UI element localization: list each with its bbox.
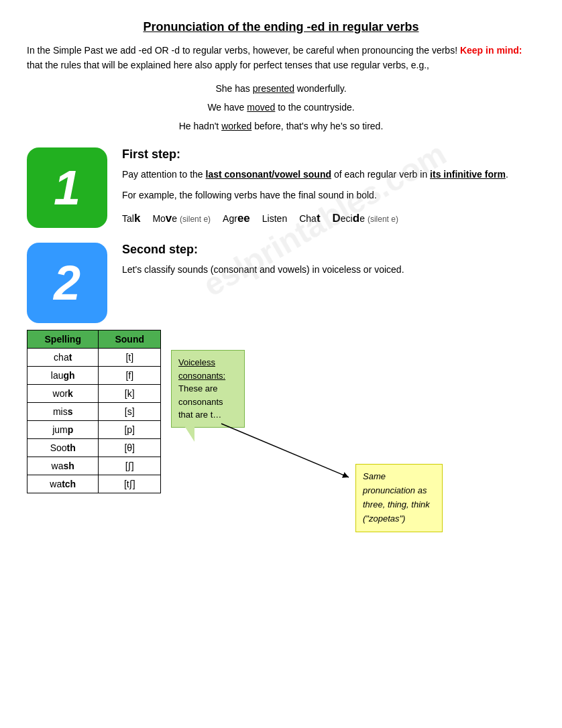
spelling-wash: wash bbox=[27, 457, 99, 475]
spelling-watch: watch bbox=[27, 475, 99, 493]
sound-jump: [p] bbox=[99, 421, 161, 439]
table-row: chat [t] bbox=[27, 349, 161, 367]
verb-talk: Talk bbox=[122, 209, 140, 227]
spelling-miss: miss bbox=[27, 403, 99, 421]
verb-chat: Chat bbox=[299, 209, 320, 227]
example-1: She has presented wonderfully. bbox=[27, 79, 535, 98]
keep-in-mind-label: Keep in mind: bbox=[460, 45, 522, 56]
table-row: wash [ʃ] bbox=[27, 457, 161, 475]
sound-chat: [t] bbox=[99, 349, 161, 367]
col-sound: Sound bbox=[99, 330, 161, 349]
step2-block: 2 Second step: Let's classify sounds (co… bbox=[27, 243, 535, 323]
spelling-chat: chat bbox=[27, 349, 99, 367]
sound-wash: [ʃ] bbox=[99, 457, 161, 475]
verbs-list: Talk Move(silent e) Agree Listen Chat De… bbox=[122, 209, 535, 227]
sound-work: [k] bbox=[99, 385, 161, 403]
intro-block: In the Simple Past we add -ed OR -d to r… bbox=[27, 44, 535, 72]
col-spelling: Spelling bbox=[27, 330, 99, 349]
verb-agree: Agree bbox=[223, 209, 250, 227]
spelling-laugh: laugh bbox=[27, 367, 99, 385]
step2-title: Second step: bbox=[122, 243, 535, 257]
intro-main-text: In the Simple Past we add -ed OR -d to r… bbox=[27, 45, 460, 56]
example-lines: She has presented wonderfully. We have m… bbox=[27, 79, 535, 135]
step1-body: Pay attention to the last consonant/vowe… bbox=[122, 167, 535, 227]
table-row: Sooth [θ] bbox=[27, 439, 161, 457]
verb-decide: Decide(silent e) bbox=[333, 209, 398, 227]
example-3: He hadn't worked before, that's why he's… bbox=[27, 117, 535, 135]
table-section: Spelling Sound chat [t] laugh [f] work [… bbox=[27, 330, 535, 493]
callout-voiceless: Voiceless consonants: These are consonan… bbox=[171, 350, 245, 428]
step1-para2: For example, the following verbs have th… bbox=[122, 188, 535, 202]
table-row: miss [s] bbox=[27, 403, 161, 421]
spelling-sooth: Sooth bbox=[27, 439, 99, 457]
table-row: watch [tʃ] bbox=[27, 475, 161, 493]
step2-number-box: 2 bbox=[27, 243, 107, 323]
sound-miss: [s] bbox=[99, 403, 161, 421]
keep-in-mind-text: that the rules that will be explained he… bbox=[27, 60, 429, 70]
step1-title: First step: bbox=[122, 147, 535, 162]
spelling-work: work bbox=[27, 385, 99, 403]
sound-laugh: [f] bbox=[99, 367, 161, 385]
svg-line-0 bbox=[221, 424, 349, 477]
step1-number: 1 bbox=[54, 164, 80, 212]
sound-sooth: [θ] bbox=[99, 439, 161, 457]
example-2: We have moved to the countryside. bbox=[27, 98, 535, 117]
page-title: Pronunciation of the ending -ed in regul… bbox=[27, 20, 535, 34]
pronunciation-table: Spelling Sound chat [t] laugh [f] work [… bbox=[27, 330, 161, 493]
step1-block: 1 First step: Pay attention to the last … bbox=[27, 147, 535, 228]
table-row: jump [p] bbox=[27, 421, 161, 439]
callout-same: Same pronunciation as three, thing, thin… bbox=[355, 464, 443, 532]
step1-content: First step: Pay attention to the last co… bbox=[122, 147, 535, 227]
spelling-jump: jump bbox=[27, 421, 99, 439]
table-row: laugh [f] bbox=[27, 367, 161, 385]
verb-listen: Listen bbox=[262, 211, 287, 226]
step2-content: Second step: Let's classify sounds (cons… bbox=[122, 243, 535, 277]
step2-number: 2 bbox=[54, 259, 80, 307]
verb-move: Move(silent e) bbox=[152, 209, 211, 227]
sound-watch: [tʃ] bbox=[99, 475, 161, 493]
step1-number-box: 1 bbox=[27, 147, 107, 228]
step2-body: Let's classify sounds (consonant and vow… bbox=[122, 262, 535, 277]
table-row: work [k] bbox=[27, 385, 161, 403]
